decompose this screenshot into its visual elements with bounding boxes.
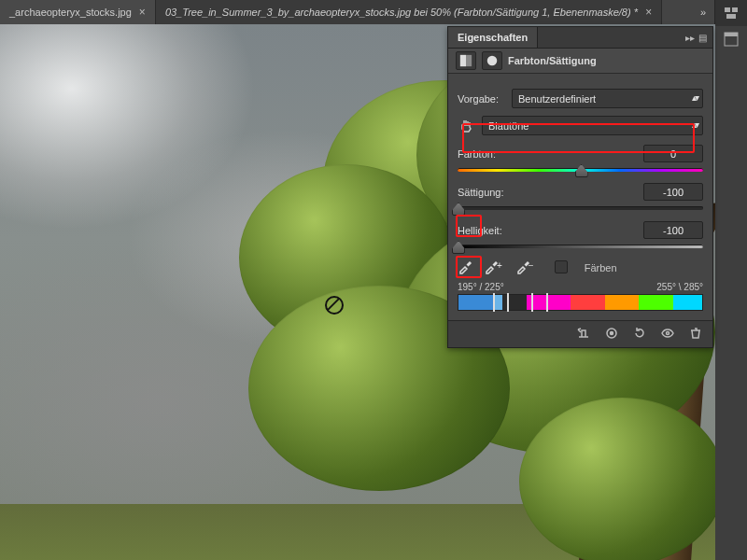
trash-icon[interactable] (688, 326, 703, 343)
tab-label: _archaeopteryx_stocks.jpg (9, 7, 132, 18)
targeted-adjust-icon[interactable] (458, 118, 476, 134)
eyedropper-subtract-icon[interactable]: − (515, 259, 536, 276)
saturation-slider[interactable] (458, 203, 703, 214)
panel-tab-properties[interactable]: Eigenschaften (448, 27, 538, 48)
hue-label: Farbton: (458, 148, 496, 160)
close-icon[interactable]: × (645, 6, 652, 19)
svg-point-10 (667, 332, 669, 335)
color-range-value: Blautöne (488, 120, 529, 132)
svg-point-9 (611, 332, 613, 335)
range-degrees-left: 195° / 225° (458, 282, 504, 292)
tabs-overflow-icon[interactable]: » (691, 0, 715, 24)
right-toolbar (714, 0, 747, 560)
slider-thumb[interactable] (575, 164, 588, 177)
chevron-updown-icon: ▴▾ (692, 92, 698, 104)
saturation-value[interactable]: -100 (643, 183, 703, 201)
preset-label: Vorgabe: (458, 93, 506, 105)
mask-icon[interactable] (482, 51, 502, 70)
svg-rect-4 (725, 33, 738, 36)
svg-rect-0 (725, 7, 730, 12)
adjustment-header: Farbton/Sättigung (448, 49, 712, 74)
colorize-checkbox[interactable] (555, 260, 573, 275)
panel-title: Eigenschaften (458, 32, 528, 43)
eyedropper-icon[interactable] (458, 259, 472, 276)
clip-to-layer-icon[interactable] (576, 326, 591, 343)
eyedropper-add-icon[interactable]: + (484, 259, 504, 276)
svg-rect-1 (732, 7, 738, 12)
properties-panel-icon[interactable] (715, 26, 747, 52)
colorize-label: Färben (585, 262, 617, 273)
color-range-dropdown[interactable]: Blautöne ▴▾ (482, 116, 703, 135)
panel-collapse-icon[interactable]: ▸▸ (685, 33, 695, 43)
adjustment-name: Farbton/Sättigung (508, 55, 597, 66)
close-icon[interactable]: × (139, 6, 146, 19)
panel-menu-icon[interactable]: ▤ (698, 33, 707, 43)
reset-icon[interactable] (632, 326, 647, 343)
lightness-slider[interactable] (458, 241, 703, 252)
tab-label: 03_Tree_in_Summer_3_by_archaeopteryx_sto… (165, 7, 638, 18)
saturation-label: Sättigung: (458, 187, 504, 198)
tab-document-1[interactable]: _archaeopteryx_stocks.jpg × (0, 0, 156, 24)
slider-thumb[interactable] (452, 241, 465, 254)
svg-point-7 (487, 56, 498, 66)
hue-value[interactable]: 0 (643, 145, 703, 162)
lightness-label: Helligkeit: (458, 225, 502, 236)
visibility-icon[interactable] (660, 326, 675, 343)
color-range-bar[interactable] (458, 294, 703, 311)
panel-footer (448, 320, 712, 347)
panel-toggle-icon[interactable] (715, 0, 747, 26)
panel-titlebar[interactable]: Eigenschaften ▸▸ ▤ (448, 27, 712, 49)
tab-document-2[interactable]: 03_Tree_in_Summer_3_by_archaeopteryx_sto… (156, 0, 662, 24)
range-degrees-right: 255° \ 285° (656, 282, 703, 292)
no-drop-cursor-icon (325, 296, 344, 315)
svg-rect-2 (726, 14, 736, 19)
view-previous-icon[interactable] (604, 326, 619, 343)
document-tabs: _archaeopteryx_stocks.jpg × 03_Tree_in_S… (0, 0, 715, 25)
svg-rect-6 (460, 55, 466, 66)
slider-thumb[interactable] (452, 203, 465, 216)
properties-panel: Eigenschaften ▸▸ ▤ Farbton/Sättigung Vor… (447, 26, 713, 348)
adjustment-icon (456, 51, 476, 70)
preset-value: Benutzerdefiniert (518, 93, 596, 105)
chevron-updown-icon: ▴▾ (692, 119, 698, 131)
lightness-value[interactable]: -100 (643, 221, 703, 239)
preset-dropdown[interactable]: Benutzerdefiniert ▴▾ (512, 89, 703, 108)
hue-slider[interactable] (458, 164, 703, 175)
